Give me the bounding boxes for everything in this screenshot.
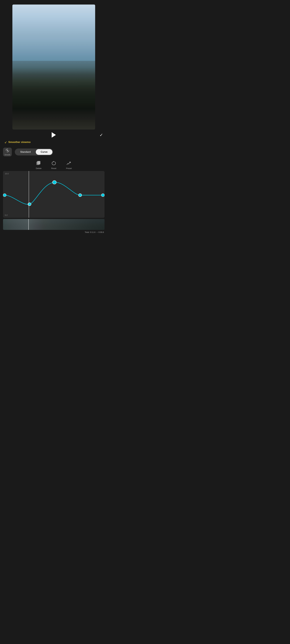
delete-label: Delete <box>36 167 42 170</box>
reset-icon <box>51 160 57 166</box>
status-bar: Total: 0:11.6 → 0:09.8 <box>0 230 108 234</box>
smooth-icon <box>5 148 10 152</box>
svg-point-9 <box>101 194 105 197</box>
smooth-mode-button[interactable]: Smooth <box>3 148 12 156</box>
svg-point-7 <box>52 180 56 184</box>
confirm-button[interactable]: ✓ <box>100 132 103 138</box>
slowmo-banner: ↙ Smoother slowmo <box>0 140 108 146</box>
svg-point-6 <box>28 203 31 206</box>
timeline-strip[interactable] <box>3 219 105 230</box>
delete-action[interactable]: Delete <box>36 160 42 170</box>
play-button[interactable] <box>52 132 56 138</box>
curve-svg <box>3 171 105 218</box>
delete-icon <box>36 160 42 166</box>
tab-standard[interactable]: Standard <box>16 149 36 155</box>
svg-rect-3 <box>37 161 40 164</box>
svg-marker-4 <box>53 161 55 162</box>
svg-point-5 <box>3 194 6 197</box>
tab-curve[interactable]: Curve <box>36 149 52 155</box>
reset-action[interactable]: Reset <box>51 160 57 170</box>
curve-editor[interactable]: 10.0 0.2 <box>3 171 105 218</box>
video-preview <box>12 4 95 130</box>
preset-action[interactable]: Preset <box>66 160 72 170</box>
preset-label: Preset <box>66 167 72 170</box>
action-icons-row: Delete Reset Preset <box>0 158 108 171</box>
reset-label: Reset <box>51 167 56 170</box>
total-duration-label: Total: 0:11.6 → 0:09.8 <box>85 231 104 233</box>
svg-point-1 <box>7 150 8 151</box>
slowmo-label-text: Smoother slowmo <box>8 141 31 144</box>
controls-bar: ✓ <box>0 130 108 140</box>
svg-point-8 <box>79 194 82 197</box>
slowmo-arrow-icon: ↙ <box>5 140 7 144</box>
curve-mode-tabs: Standard Curve <box>15 148 53 156</box>
smooth-mode-label: Smooth <box>5 154 10 156</box>
curve-playhead <box>29 171 29 218</box>
mode-selector-row: Smooth Standard Curve <box>0 146 108 158</box>
timeline-playhead <box>28 219 29 230</box>
preset-icon <box>66 160 72 166</box>
